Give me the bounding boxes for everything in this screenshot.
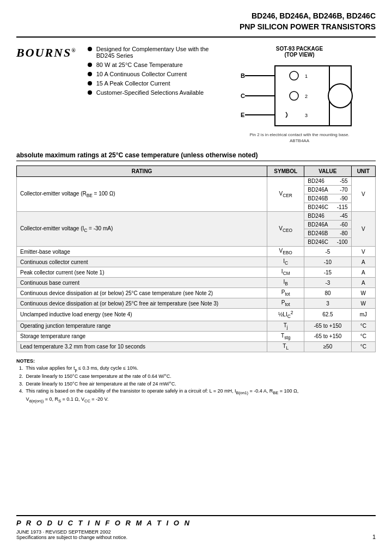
- rating-unit: W: [351, 288, 375, 298]
- col-value: VALUE: [304, 166, 351, 177]
- col-symbol: SYMBOL: [267, 166, 304, 177]
- diagram-note: Pin 2 is in electrical contact with the …: [223, 132, 376, 137]
- rating-unit: °C: [351, 341, 375, 352]
- rating-unit: V: [351, 177, 375, 212]
- rating-symbol: ICM: [267, 267, 304, 278]
- rating-value: -15: [304, 267, 351, 278]
- bullet-icon: [88, 47, 92, 51]
- rating-symbol: VEBO: [267, 247, 304, 257]
- bullet-icon: [88, 81, 92, 85]
- rating-unit: A: [351, 278, 375, 288]
- part-numbers: BD246, BD246A, BD246B, BD246C: [16, 11, 376, 22]
- rating-model-value: BD246-55: [304, 177, 351, 186]
- table-row: Storage temperature range Tstg -65 to +1…: [17, 331, 376, 341]
- bullet-icon: [88, 90, 92, 95]
- rating-value: -65 to +150: [304, 331, 351, 341]
- note-1: 1. This value applies for tp ≤ 0.3 ms, d…: [16, 365, 376, 373]
- rating-model-value: BD246A-60: [304, 221, 351, 229]
- svg-point-9: [290, 71, 298, 80]
- package-diagram: SOT-93 PACKAGE (TOP VIEW) B C E: [223, 46, 376, 143]
- table-row: Continuous device dissipation at (or bel…: [17, 298, 376, 309]
- svg-text:1: 1: [305, 74, 308, 79]
- rating-label: Storage temperature range: [17, 331, 267, 341]
- svg-point-10: [290, 91, 298, 100]
- rating-model-value: BD246C-115: [304, 203, 351, 212]
- rating-symbol: Ptot: [267, 288, 304, 298]
- top-section: BOURNS® Designed for Complementary Use w…: [16, 46, 376, 143]
- bullet-icon: [88, 72, 92, 76]
- rating-model-value: BD246C-100: [304, 238, 351, 247]
- rating-value: -5: [304, 247, 351, 257]
- svg-text:E: E: [241, 112, 244, 118]
- rating-unit: V: [351, 247, 375, 257]
- part-description: PNP SILICON POWER TRANSISTORS: [16, 22, 376, 33]
- rating-symbol: Tstg: [267, 331, 304, 341]
- rating-unit: W: [351, 298, 375, 309]
- table-row: Collector-emitter voltage (IC = -30 mA) …: [17, 212, 376, 221]
- footer-disclaimer: Specifications are subject to change wit…: [16, 535, 127, 540]
- page-footer: P R O D U C T I N F O R M A T I O N JUNE…: [16, 515, 376, 540]
- table-row: Emitter-base voltage VEBO -5 V: [17, 247, 376, 257]
- table-row: Continuous device dissipation at (or bel…: [17, 288, 376, 298]
- ratings-section-title: absolute maximum ratings at 25°C case te…: [16, 151, 376, 161]
- rating-label: Unclamped inductive load energy (see Not…: [17, 309, 267, 321]
- table-row: Lead temperature 3.2 mm from case for 10…: [17, 341, 376, 352]
- rating-value: 80: [304, 288, 351, 298]
- list-item: Designed for Complementary Use with the …: [88, 46, 223, 59]
- rating-symbol: ½LIC2: [267, 309, 304, 321]
- rating-model-value: BD246-45: [304, 212, 351, 221]
- rating-symbol: VCER: [267, 177, 304, 212]
- list-item: 10 A Continuous Collector Current: [88, 71, 223, 77]
- rating-value: 3: [304, 298, 351, 309]
- product-label: P R O D U C T I N F O R M A T I O N: [16, 519, 376, 527]
- rating-label: Continuous collector current: [17, 257, 267, 267]
- package-title: SOT-93 PACKAGE (TOP VIEW): [223, 46, 376, 58]
- rating-value: -65 to +150: [304, 321, 351, 331]
- rating-unit: A: [351, 257, 375, 267]
- note-2: 2. Derate linearly to 150°C case tempera…: [16, 373, 376, 381]
- rating-label: Operating junction temperature range: [17, 321, 267, 331]
- rating-label: Emitter-base voltage: [17, 247, 267, 257]
- page-header: BD246, BD246A, BD246B, BD246C PNP SILICO…: [16, 11, 376, 38]
- rating-label: Continuous base current: [17, 278, 267, 288]
- svg-text:C: C: [241, 93, 245, 99]
- rating-unit: °C: [351, 321, 375, 331]
- table-row: Collector-emitter voltage (RBE = 100 Ω) …: [17, 177, 376, 186]
- rating-label: Collector-emitter voltage (RBE = 100 Ω): [17, 177, 267, 212]
- rating-symbol: IC: [267, 257, 304, 267]
- rating-symbol: TL: [267, 341, 304, 352]
- page-number: 1: [372, 534, 376, 540]
- rating-model-value: BD246B-80: [304, 229, 351, 238]
- svg-text:3: 3: [305, 113, 308, 118]
- rating-value: 62.5: [304, 309, 351, 321]
- svg-rect-6: [275, 66, 329, 126]
- notes-section: NOTES: 1. This value applies for tp ≤ 0.…: [16, 358, 376, 405]
- rating-label: Continuous device dissipation at (or bel…: [17, 298, 267, 309]
- col-unit: UNIT: [351, 166, 375, 177]
- rating-model-value: BD246A-70: [304, 186, 351, 194]
- list-item: 15 A Peak Collector Current: [88, 80, 223, 87]
- table-row: Continuous base current IB -3 A: [17, 278, 376, 288]
- note-4: 4. This rating is based on the capabilit…: [16, 388, 376, 404]
- rating-unit: mJ: [351, 309, 375, 321]
- note-3: 3. Derate linearly to 150°C free air tem…: [16, 381, 376, 388]
- rating-label: Peak collector current (see Note 1): [17, 267, 267, 278]
- table-row: Unclamped inductive load energy (see Not…: [17, 309, 376, 321]
- footer-date: JUNE 1973 · REVISED SEPTEMBER 2002: [16, 529, 127, 535]
- rating-value: -10: [304, 257, 351, 267]
- svg-point-8: [328, 84, 352, 108]
- rating-value: -3: [304, 278, 351, 288]
- list-item: Customer-Specified Selections Available: [88, 89, 223, 96]
- rating-symbol: Ptot: [267, 298, 304, 309]
- rating-unit: A: [351, 267, 375, 278]
- rating-symbol: IB: [267, 278, 304, 288]
- sot93-svg: B C E 1 2 3: [234, 60, 365, 131]
- svg-text:2: 2: [305, 94, 308, 99]
- rating-label: Lead temperature 3.2 mm from case for 10…: [17, 341, 267, 352]
- logo: BOURNS®: [16, 46, 77, 60]
- table-row: Continuous collector current IC -10 A: [17, 257, 376, 267]
- rating-label: Continuous device dissipation at (or bel…: [17, 288, 267, 298]
- rating-value: ≥50: [304, 341, 351, 352]
- bullet-icon: [88, 63, 92, 67]
- diagram-code: ABTB4AA: [223, 138, 376, 143]
